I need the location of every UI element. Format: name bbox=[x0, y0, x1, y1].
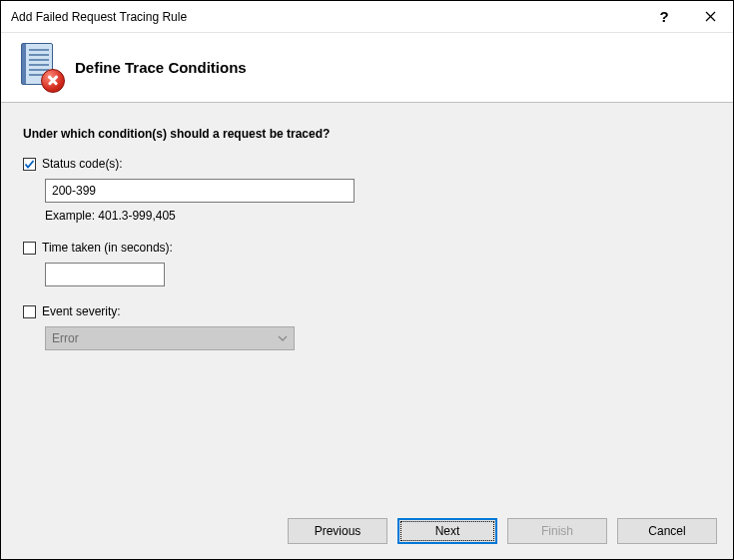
event-severity-value: Error bbox=[52, 331, 79, 345]
dialog-window: Add Failed Request Tracing Rule ? Define… bbox=[0, 0, 734, 560]
time-taken-row: Time taken (in seconds): bbox=[23, 241, 711, 255]
status-codes-example: Example: 401.3-999,405 bbox=[45, 209, 711, 223]
event-severity-row: Event severity: bbox=[23, 304, 711, 318]
window-title: Add Failed Request Tracing Rule bbox=[11, 10, 641, 24]
event-severity-select: Error bbox=[45, 326, 295, 350]
close-icon bbox=[705, 11, 716, 22]
previous-button[interactable]: Previous bbox=[288, 518, 387, 544]
cancel-button[interactable]: Cancel bbox=[617, 518, 717, 544]
time-taken-input[interactable] bbox=[45, 263, 165, 286]
header-icon bbox=[15, 43, 61, 93]
wizard-header: Define Trace Conditions bbox=[1, 33, 733, 103]
titlebar: Add Failed Request Tracing Rule ? bbox=[1, 1, 733, 33]
event-severity-checkbox[interactable] bbox=[23, 305, 36, 318]
status-codes-label: Status code(s): bbox=[42, 157, 123, 171]
error-badge-icon bbox=[41, 69, 65, 93]
status-codes-input[interactable] bbox=[45, 179, 355, 203]
event-severity-label: Event severity: bbox=[42, 304, 121, 318]
status-codes-checkbox[interactable] bbox=[23, 158, 36, 171]
status-codes-row: Status code(s): bbox=[23, 157, 711, 171]
event-severity-block: Error bbox=[45, 326, 711, 350]
content-area: Under which condition(s) should a reques… bbox=[1, 103, 733, 503]
time-taken-checkbox[interactable] bbox=[23, 242, 36, 255]
chevron-down-icon bbox=[278, 333, 288, 343]
close-button[interactable] bbox=[687, 1, 733, 33]
status-codes-block: Example: 401.3-999,405 bbox=[45, 179, 711, 223]
next-button[interactable]: Next bbox=[397, 518, 497, 544]
time-taken-block bbox=[45, 263, 711, 286]
finish-button: Finish bbox=[507, 518, 607, 544]
page-title: Define Trace Conditions bbox=[75, 59, 247, 76]
prompt-text: Under which condition(s) should a reques… bbox=[23, 127, 711, 141]
help-button[interactable]: ? bbox=[641, 1, 687, 33]
time-taken-label: Time taken (in seconds): bbox=[42, 241, 173, 255]
button-bar: Previous Next Finish Cancel bbox=[1, 503, 733, 559]
checkmark-icon bbox=[24, 159, 35, 170]
